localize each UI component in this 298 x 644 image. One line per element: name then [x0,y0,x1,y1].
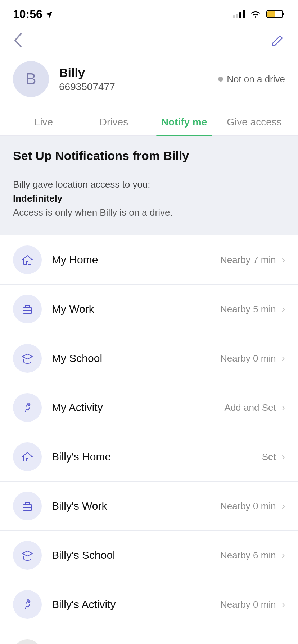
my-work-icon-wrap [13,295,42,323]
tab-live-label: Live [35,116,53,128]
notification-heading: Set Up Notifications from Billy [13,149,285,163]
billys-school-status: Nearby 6 min [220,550,276,561]
chevron-right-icon: › [282,353,285,364]
my-activity-name: My Activity [52,401,225,414]
tab-drives[interactable]: Drives [79,108,149,135]
billys-work-icon-wrap [13,492,42,520]
tab-give-access-label: Give access [227,116,282,128]
signal-icon [233,10,245,18]
profile-section: B Billy 6693507477 Not on a drive [0,58,298,108]
billys-activity-name: Billy's Activity [52,598,220,611]
avatar: B [13,61,49,97]
billys-home-icon-wrap [13,442,42,471]
header-nav [0,25,298,58]
location-item-my-activity[interactable]: My Activity Add and Set › [0,383,298,432]
tab-notify[interactable]: Notify me [149,108,219,135]
status-bar: 10:56 [0,0,298,25]
drive-status-label: Not on a drive [227,74,285,85]
chevron-right-icon: › [282,451,285,463]
new-place-icon-wrap [13,639,42,644]
work-icon [20,499,35,513]
chevron-right-icon: › [282,549,285,561]
access-duration: Indefinitely [13,192,285,206]
svg-rect-2 [283,13,284,15]
billys-school-icon-wrap [13,541,42,570]
profile-info: Billy 6693507477 [59,66,115,93]
billys-work-status: Nearby 0 min [220,501,276,512]
edit-button[interactable] [270,33,285,50]
school-icon [20,548,35,562]
notification-header: Set Up Notifications from Billy Billy ga… [0,136,298,228]
home-icon [20,253,35,267]
location-item-billys-activity[interactable]: Billy's Activity Nearby 0 min › [0,580,298,629]
my-school-icon-wrap [13,344,42,373]
back-button[interactable] [13,32,23,50]
location-list: My Home Nearby 7 min › My Work Nearby 5 … [0,235,298,644]
drive-status: Not on a drive [218,74,285,85]
tab-notify-label: Notify me [161,116,207,128]
svg-rect-1 [267,11,275,17]
divider [13,170,285,170]
school-icon [20,351,35,365]
status-time: 10:56 [13,8,54,21]
chevron-right-icon: › [282,254,285,266]
my-school-status: Nearby 0 min [220,353,276,364]
activity-icon [20,400,35,415]
tab-give-access[interactable]: Give access [219,108,289,135]
content-area: Set Up Notifications from Billy Billy ga… [0,136,298,644]
work-icon [20,302,35,316]
billys-home-status: Set [262,451,276,463]
location-item-billys-home[interactable]: Billy's Home Set › [0,432,298,482]
my-school-name: My School [52,352,220,364]
location-item-billys-work[interactable]: Billy's Work Nearby 0 min › [0,482,298,531]
time-display: 10:56 [13,8,42,21]
location-arrow-icon [45,10,54,18]
status-icons [233,9,285,19]
chevron-right-icon: › [282,402,285,413]
chevron-right-icon: › [282,599,285,610]
billys-activity-icon-wrap [13,590,42,619]
my-home-status: Nearby 7 min [220,254,276,266]
my-home-icon-wrap [13,245,42,274]
tab-drives-label: Drives [100,116,128,128]
location-item-billys-school[interactable]: Billy's School Nearby 6 min › [0,531,298,580]
location-item-my-work[interactable]: My Work Nearby 5 min › [0,285,298,334]
my-work-name: My Work [52,303,220,315]
billys-work-name: Billy's Work [52,500,220,512]
battery-icon [266,9,285,19]
profile-left: B Billy 6693507477 [13,61,115,97]
my-activity-icon-wrap [13,393,42,422]
billys-home-name: Billy's Home [52,451,262,463]
profile-phone: 6693507477 [59,81,115,93]
chevron-right-icon: › [282,303,285,315]
chevron-right-icon: › [282,500,285,512]
avatar-letter: B [26,70,36,88]
tab-bar: Live Drives Notify me Give access [0,108,298,136]
location-item-new-place[interactable]: New Place Add and Set › [0,629,298,644]
my-activity-status: Add and Set [225,402,276,413]
status-dot [218,77,223,82]
my-work-status: Nearby 5 min [220,304,276,315]
profile-name: Billy [59,66,115,80]
location-item-my-home[interactable]: My Home Nearby 7 min › [0,235,298,285]
access-note: Access is only when Billy is on a drive. [13,207,173,218]
home-icon [20,450,35,464]
wifi-icon [249,10,262,18]
tab-live[interactable]: Live [9,108,79,135]
access-text: Billy gave location access to you: [13,179,150,190]
activity-icon [20,597,35,612]
access-info: Billy gave location access to you: Indef… [13,178,285,220]
billys-activity-status: Nearby 0 min [220,599,276,610]
my-home-name: My Home [52,254,220,266]
location-item-my-school[interactable]: My School Nearby 0 min › [0,334,298,383]
billys-school-name: Billy's School [52,549,220,561]
